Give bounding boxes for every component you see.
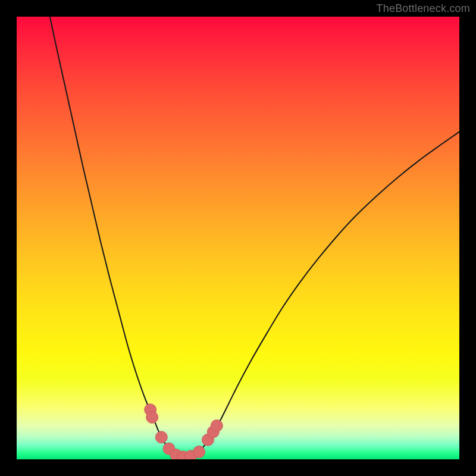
highlight-dot: [193, 446, 205, 458]
highlight-dot: [211, 419, 223, 431]
highlight-dot: [155, 431, 167, 443]
watermark-text: TheBottleneck.com: [377, 2, 470, 15]
chart-frame: TheBottleneck.com: [0, 0, 476, 476]
plot-area: [17, 17, 459, 459]
curve-right-branch: [198, 131, 459, 452]
highlight-markers: [145, 404, 223, 459]
chart-svg: [17, 17, 459, 459]
highlight-dot: [146, 411, 158, 423]
curve-left-branch: [50, 17, 172, 453]
